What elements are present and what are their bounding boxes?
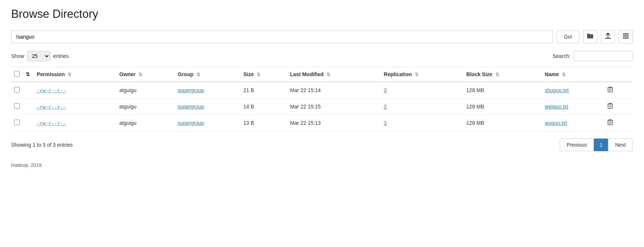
row-owner-0: atguigu [116,82,175,98]
row-delete-cell-2[interactable] [603,115,633,131]
delete-button-0[interactable] [606,86,615,94]
search-bar: Search: [553,51,633,61]
table-row: -rw-r--r-- atguigu supergroup 14 B Mar 2… [11,98,633,115]
select-all-checkbox[interactable] [14,71,20,77]
path-input[interactable]: /sanguo [11,30,553,43]
row-block-size-0: 128 MB [464,82,542,98]
svg-rect-3 [608,88,612,92]
row-name-2[interactable]: wuguo.txt [542,115,603,131]
table-row: -rw-r--r-- atguigu supergroup 13 B Mar 2… [11,115,633,131]
name-sort-icon: ⇅ [562,72,566,77]
footer-credit: Hadoop, 2019. [11,162,633,168]
upload-icon [605,33,611,41]
col-owner[interactable]: Owner ⇅ [116,67,175,82]
row-permission-1[interactable]: -rw-r--r-- [34,98,116,115]
row-size-0: 21 B [240,82,287,98]
next-button[interactable]: Next [608,139,633,151]
page-title: Browse Directory [11,7,633,21]
search-label: Search: [553,53,570,59]
col-group[interactable]: Group ⇅ [175,67,240,82]
col-checkbox [11,67,23,82]
owner-sort-icon: ⇅ [139,72,142,77]
sort-icon: ⇅ [26,71,30,77]
size-sort-icon: ⇅ [257,72,260,77]
file-table: ⇅ Permission ⇅ Owner ⇅ Group ⇅ Size ⇅ La… [11,67,633,131]
list-button[interactable] [619,30,633,43]
row-name-0[interactable]: shuguo.txt [542,82,603,98]
show-label: Show [11,53,24,59]
footer-bar: Showing 1 to 3 of 3 entries Previous 1 N… [11,139,633,151]
row-size-1: 14 B [240,98,287,115]
row-group-0[interactable]: supergroup [175,82,240,98]
col-block-size[interactable]: Block Size ⇅ [464,67,542,82]
go-button[interactable]: Go! [557,30,579,43]
svg-rect-0 [623,33,629,35]
current-page[interactable]: 1 [594,139,608,151]
col-size[interactable]: Size ⇅ [240,67,287,82]
row-checkbox-0[interactable] [14,87,20,92]
col-last-modified[interactable]: Last Modified ⇅ [287,67,381,82]
delete-button-2[interactable] [606,118,615,127]
table-row: -rw-r--r-- atguigu supergroup 21 B Mar 2… [11,82,633,98]
row-checkbox-1[interactable] [14,103,20,109]
showing-text: Showing 1 to 3 of 3 entries [11,142,73,148]
svg-rect-1 [623,36,629,37]
last-modified-sort-icon: ⇅ [326,72,330,77]
search-input[interactable] [573,51,633,61]
table-header-row: ⇅ Permission ⇅ Owner ⇅ Group ⇅ Size ⇅ La… [11,67,633,82]
row-block-size-2: 128 MB [464,115,542,131]
row-permission-2[interactable]: -rw-r--r-- [34,115,116,131]
entries-select[interactable]: 10 25 50 100 [27,51,50,61]
row-replication-0[interactable]: 3 [381,82,463,98]
row-checkbox-cell [11,98,23,115]
entries-label: entries [53,53,69,59]
svg-rect-5 [608,120,612,125]
row-last-modified-0: Mar 22 15:14 [287,82,381,98]
row-last-modified-2: Mar 22 15:13 [287,115,381,131]
show-entries: Show 10 25 50 100 entries [11,51,69,61]
row-sort-cell-1 [23,98,34,115]
row-delete-cell-0[interactable] [603,82,633,98]
path-bar: /sanguo Go! [11,30,633,43]
col-permission[interactable]: Permission ⇅ [34,67,116,82]
col-replication[interactable]: Replication ⇅ [381,67,463,82]
previous-button[interactable]: Previous [560,139,594,151]
svg-rect-2 [623,38,629,39]
group-sort-icon: ⇅ [196,72,200,77]
row-owner-1: atguigu [116,98,175,115]
col-actions [603,67,633,82]
list-icon [623,33,629,40]
col-name[interactable]: Name ⇅ [542,67,603,82]
row-block-size-1: 128 MB [464,98,542,115]
row-size-2: 13 B [240,115,287,131]
controls-bar: Show 10 25 50 100 entries Search: [11,51,633,61]
replication-sort-icon: ⇅ [415,72,419,77]
folder-icon [587,33,593,40]
row-name-1[interactable]: weiguo.txt [542,98,603,115]
row-replication-1[interactable]: 3 [381,98,463,115]
pagination: Previous 1 Next [560,139,633,151]
upload-button[interactable] [601,30,615,43]
row-checkbox-cell [11,115,23,131]
row-last-modified-1: Mar 22 15:15 [287,98,381,115]
block-size-sort-icon: ⇅ [495,72,499,77]
delete-button-1[interactable] [606,102,615,111]
folder-button[interactable] [583,30,597,43]
row-group-2[interactable]: supergroup [175,115,240,131]
row-group-1[interactable]: supergroup [175,98,240,115]
svg-rect-4 [608,104,612,108]
row-replication-2[interactable]: 3 [381,115,463,131]
row-permission-0[interactable]: -rw-r--r-- [34,82,116,98]
row-owner-2: atguigu [116,115,175,131]
row-checkbox-cell [11,82,23,98]
row-checkbox-2[interactable] [14,120,20,125]
row-sort-cell-2 [23,115,34,131]
col-sort[interactable]: ⇅ [23,67,34,82]
row-delete-cell-1[interactable] [603,98,633,115]
permission-sort-icon: ⇅ [68,72,71,77]
row-sort-cell-0 [23,82,34,98]
